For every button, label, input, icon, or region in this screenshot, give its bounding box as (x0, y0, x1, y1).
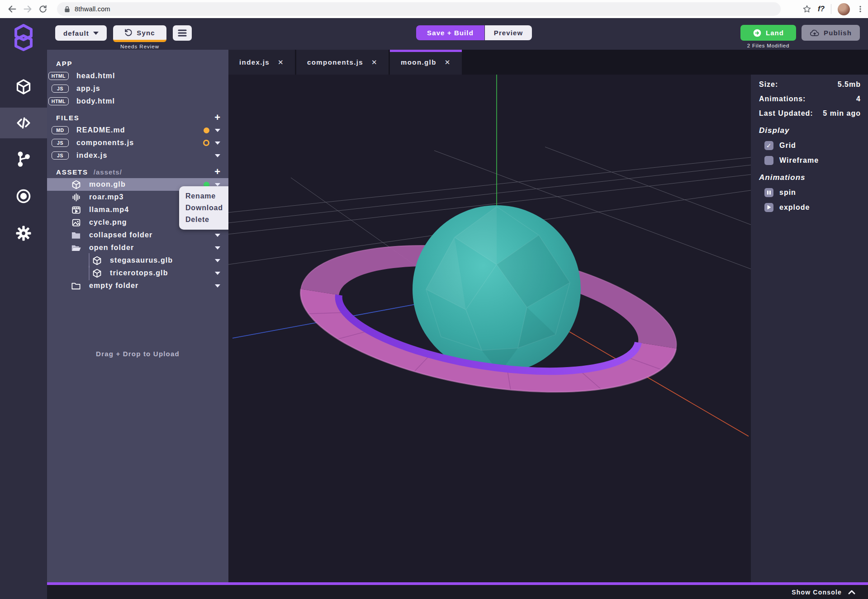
tree-item-collapsed-folder[interactable]: collapsed folder (47, 229, 228, 241)
cube-icon (91, 269, 102, 278)
section-path: /assets/ (94, 168, 122, 176)
gear-icon[interactable] (0, 218, 47, 249)
file-name: open folder (89, 244, 134, 252)
tree-item-empty-folder[interactable]: empty folder (47, 279, 228, 292)
editor-code-icon[interactable] (0, 108, 47, 138)
back-icon[interactable] (5, 1, 20, 17)
last-updated-label: Last Updated: (759, 109, 813, 118)
save-build-label: Save + Build (427, 29, 474, 37)
chevron-down-icon[interactable] (215, 141, 220, 145)
show-console-label[interactable]: Show Console (792, 589, 842, 596)
tab-label: components.js (307, 58, 363, 66)
animations-count-value: 4 (856, 95, 861, 103)
file-name: collapsed folder (89, 231, 152, 239)
add-file-icon[interactable]: + (214, 165, 221, 178)
folder-empty-icon (71, 281, 81, 290)
close-icon[interactable]: ✕ (445, 58, 451, 66)
chevron-down-icon[interactable] (215, 154, 220, 157)
animation-item-spin: spin (751, 185, 868, 200)
chevron-up-icon[interactable] (848, 590, 855, 594)
file-section-files: FILES+ (47, 111, 228, 124)
chevron-down-icon (93, 32, 99, 35)
file-name: app.js (76, 85, 100, 93)
viewport-3d[interactable] (228, 75, 751, 582)
land-arrow-icon (753, 28, 762, 38)
section-label: ASSETS (56, 168, 88, 176)
cube-icon (71, 180, 81, 189)
chevron-down-icon[interactable] (215, 246, 220, 250)
file-section-assets: ASSETS/assets/+ (47, 165, 228, 178)
video-icon (71, 205, 81, 215)
target-icon[interactable] (0, 181, 47, 212)
file-name: roar.mp3 (89, 193, 123, 201)
tree-item-app.js[interactable]: JSapp.js (47, 82, 228, 95)
chevron-down-icon[interactable] (215, 272, 220, 275)
size-label: Size: (759, 80, 778, 89)
tree-item-body.html[interactable]: HTMLbody.html (47, 95, 228, 108)
checkbox-checked[interactable]: ✓ (764, 141, 773, 150)
tab-components.js[interactable]: components.js✕ (296, 50, 389, 75)
folder-closed-icon (71, 231, 81, 240)
file-name: components.js (76, 139, 134, 147)
preview-button[interactable]: Preview (485, 25, 532, 40)
address-bar[interactable]: 8thwall.com (57, 2, 781, 16)
file-name: tricerotops.glb (110, 269, 168, 277)
info-row-last-updated: Last Updated: 5 min ago (751, 106, 868, 121)
extension-icon[interactable]: f? (818, 5, 825, 13)
left-icon-rail (0, 18, 47, 599)
hamburger-menu-icon[interactable] (173, 25, 192, 41)
file-tree: APPHTMLhead.htmlJSapp.jsHTMLbody.htmlFIL… (47, 50, 228, 292)
sync-button[interactable]: Sync (113, 25, 166, 42)
tab-label: index.js (239, 58, 270, 66)
close-icon[interactable]: ✕ (371, 58, 378, 66)
js-file-badge: JS (52, 151, 69, 160)
tab-label: moon.glb (401, 58, 436, 66)
file-name: moon.glb (89, 180, 126, 189)
play-icon[interactable] (764, 203, 773, 212)
tab-index.js[interactable]: index.js✕ (228, 50, 295, 75)
8thwall-logo-icon[interactable] (0, 18, 47, 57)
source-control-branch-icon[interactable] (0, 144, 47, 175)
tree-item-tricerotops.glb[interactable]: tricerotops.glb (47, 267, 228, 279)
chevron-down-icon[interactable] (215, 129, 220, 132)
tab-moon.glb[interactable]: moon.glb✕ (390, 50, 462, 75)
animations-section-header: Animations (751, 170, 868, 185)
tree-item-components.js[interactable]: JScomponents.js (47, 137, 228, 149)
land-label: Land (766, 29, 784, 37)
animation-label: explode (779, 203, 810, 212)
land-button[interactable]: Land (740, 25, 796, 41)
js-file-badge: JS (52, 85, 69, 93)
inspector-panel: Size: 5.5mb Animations: 4 Last Updated: … (751, 75, 868, 582)
size-value: 5.5mb (838, 80, 861, 89)
publish-button[interactable]: Publish (802, 25, 860, 41)
animation-item-explode: explode (751, 200, 868, 215)
tree-item-readme.md[interactable]: MDREADME.md (47, 124, 228, 137)
save-build-button[interactable]: Save + Build (416, 25, 484, 40)
console-bar[interactable]: Show Console (47, 585, 868, 599)
chevron-down-icon[interactable] (215, 259, 220, 262)
workspace-dropdown[interactable]: default (55, 25, 107, 41)
status-dot-ring-yellow (203, 140, 209, 146)
reload-icon[interactable] (35, 1, 51, 17)
add-file-icon[interactable]: + (214, 111, 221, 124)
option-label: Grid (779, 141, 796, 150)
file-name: llama.mp4 (89, 206, 129, 214)
browser-menu-icon[interactable] (856, 5, 864, 13)
checkbox-unchecked[interactable] (764, 156, 773, 165)
projects-cube-icon[interactable] (0, 71, 47, 102)
chevron-down-icon[interactable] (215, 183, 220, 186)
html-file-badge: HTML (48, 97, 69, 105)
avatar[interactable] (838, 3, 850, 15)
chevron-down-icon[interactable] (215, 284, 220, 288)
forward-icon[interactable] (20, 1, 35, 17)
pause-icon[interactable] (764, 188, 773, 197)
tree-item-head.html[interactable]: HTMLhead.html (47, 70, 228, 82)
divider (831, 4, 831, 14)
status-dot-filled-yellow (204, 127, 209, 133)
chevron-down-icon[interactable] (215, 234, 220, 237)
close-icon[interactable]: ✕ (278, 58, 284, 66)
tree-item-stegasaurus.glb[interactable]: stegasaurus.glb (47, 254, 228, 267)
bookmark-star-icon[interactable] (802, 5, 811, 14)
tree-item-index.js[interactable]: JSindex.js (47, 149, 228, 162)
tree-item-open-folder[interactable]: open folder (47, 241, 228, 254)
